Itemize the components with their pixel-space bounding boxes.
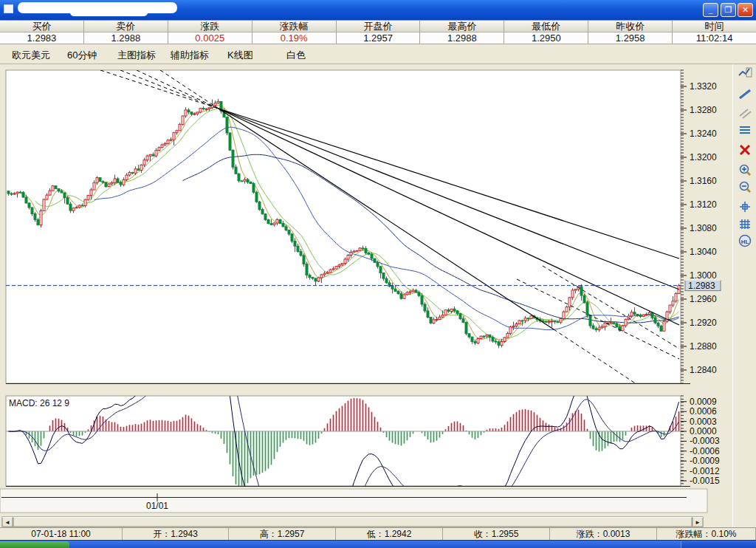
toolbar-item-辅助指标[interactable]: 辅助指标 — [168, 48, 211, 63]
price-axis-label: 1.3120 — [690, 199, 717, 210]
scroll-left-button[interactable]: ◄ — [2, 517, 13, 527]
title-redacted — [70, 9, 148, 16]
status-item: 开：1.2943 — [123, 528, 229, 540]
delete-drawing-button[interactable] — [735, 143, 755, 160]
status-item: 07-01-18 11:00 — [0, 528, 123, 540]
scroll-right-icon: ► — [695, 519, 701, 526]
quote-col-value: 1.2988 — [420, 32, 504, 44]
status-item: 涨跌：0.0013 — [550, 528, 657, 540]
polyline-tool-button[interactable] — [735, 66, 755, 83]
macd-axis-label: 0.0003 — [690, 417, 717, 427]
app-window: _ ❐ ✕ 买价卖价涨跌涨跌幅开盘价最高价最低价昨收价时间 1.29831.29… — [0, 0, 756, 548]
quote-col-label: 时间 — [673, 21, 756, 32]
toolbar-item-欧元美元[interactable]: 欧元美元 — [10, 48, 52, 63]
scrollbar-thumb[interactable] — [13, 517, 692, 527]
macd-axis-label: -0.0006 — [690, 446, 720, 456]
zoom-out-button[interactable] — [735, 180, 755, 196]
chart-workspace[interactable]: 1.33201.32801.32401.32001.31601.31201.30… — [0, 64, 756, 527]
status-item: 高：1.2957 — [229, 528, 336, 540]
price-axis-label: 1.2880 — [690, 341, 717, 352]
quote-col-label: 涨跌幅 — [252, 21, 337, 32]
zoom-out-icon — [738, 180, 752, 196]
quote-col-label: 涨跌 — [168, 21, 252, 32]
title-bar[interactable]: _ ❐ ✕ — [0, 0, 756, 20]
taskbar-edge — [0, 540, 756, 548]
quote-col-label: 最低价 — [504, 21, 588, 32]
quote-col-value: 1.2957 — [337, 32, 421, 44]
toolbar-item-主图指标[interactable]: 主图指标 — [115, 48, 158, 63]
candlestick-chart[interactable]: 1.33201.32801.32401.32001.31601.31201.30… — [0, 64, 756, 527]
restore-button[interactable]: ❐ — [721, 3, 736, 17]
quote-col-value: 0.19% — [252, 32, 337, 44]
zoom-in-icon — [738, 163, 752, 179]
trendline-tool-icon — [738, 87, 752, 103]
price-axis-label: 1.3080 — [690, 223, 717, 233]
quote-col-label: 卖价 — [84, 21, 168, 32]
macd-axis-label: 0.0009 — [690, 397, 717, 407]
parallel-lines-tool-button[interactable] — [735, 106, 755, 123]
price-axis-label: 1.3240 — [690, 129, 717, 139]
status-bar: 07-01-18 11:00开：1.2943高：1.2957低：1.2942收：… — [0, 527, 756, 540]
macd-axis-label: -0.0015 — [690, 476, 720, 486]
system-tray-edge — [681, 541, 756, 548]
macd-axis-label: -0.0003 — [690, 436, 720, 446]
price-axis-label: 1.2920 — [690, 318, 717, 328]
current-price-label: 1.2983 — [688, 281, 715, 291]
app-icon — [4, 4, 13, 13]
macd-axis-label: 0.0000 — [690, 426, 717, 436]
status-item: 收：1.2955 — [443, 528, 550, 540]
high-low-button[interactable]: HL — [735, 234, 755, 250]
macd-axis-label: -0.0012 — [690, 466, 720, 476]
quote-col-label: 买价 — [0, 21, 84, 32]
price-axis-label: 1.2840 — [690, 365, 717, 375]
price-axis-label: 1.3280 — [690, 105, 717, 115]
grid-button[interactable] — [735, 217, 755, 233]
start-button-edge[interactable] — [0, 541, 69, 548]
price-axis-label: 1.3000 — [690, 270, 717, 281]
quote-col-value: 1.2958 — [588, 32, 673, 44]
price-axis-label: 1.3160 — [690, 176, 717, 186]
price-axis-label: 1.3320 — [690, 81, 717, 92]
price-axis-label: 1.2960 — [690, 294, 717, 304]
zoom-in-button[interactable] — [735, 163, 755, 179]
time-axis-label: 01/01 — [146, 501, 168, 511]
crosshair-icon — [738, 200, 752, 216]
horizontal-lines-tool-icon — [738, 123, 752, 140]
minimize-button[interactable]: _ — [703, 3, 718, 17]
toolbar-item-白色[interactable]: 白色 — [284, 48, 308, 63]
toolbar-item-K线图[interactable]: K线图 — [225, 48, 255, 63]
quote-col-value: 1.2950 — [504, 32, 588, 44]
quote-col-value: 1.2983 — [0, 32, 84, 44]
quote-label-row: 买价卖价涨跌涨跌幅开盘价最高价最低价昨收价时间 — [0, 20, 756, 32]
scroll-right-button[interactable]: ► — [693, 517, 703, 527]
status-item: 涨跌幅：0.10% — [657, 528, 756, 540]
parallel-lines-tool-icon — [738, 106, 752, 123]
toolbar-item-60分钟[interactable]: 60分钟 — [65, 48, 99, 63]
macd-axis-label: 0.0006 — [690, 406, 717, 417]
price-axis-label: 1.3200 — [690, 152, 717, 162]
quote-col-label: 开盘价 — [337, 21, 421, 32]
scroll-left-icon: ◄ — [4, 519, 10, 526]
quote-value-row: 1.29831.29880.00250.19%1.29571.29881.295… — [0, 32, 756, 44]
horizontal-scrollbar[interactable]: ◄► — [2, 517, 703, 527]
high-low-icon: HL — [738, 234, 752, 250]
trendline-tool-button[interactable] — [735, 87, 755, 103]
quote-col-label: 最高价 — [420, 21, 504, 32]
quote-col-label: 昨收价 — [588, 21, 673, 32]
delete-drawing-icon — [738, 143, 752, 160]
quote-col-value: 0.0025 — [168, 32, 252, 44]
macd-axis-label: -0.0009 — [690, 456, 720, 466]
drawing-toolbar: HL — [732, 64, 756, 527]
crosshair-button[interactable] — [735, 200, 755, 216]
horizontal-lines-tool-button[interactable] — [735, 123, 755, 140]
price-axis-label: 1.3040 — [690, 247, 717, 257]
status-item: 低：1.2942 — [336, 528, 443, 540]
grid-icon — [738, 217, 752, 233]
quote-col-value: 11:02:14 — [673, 32, 756, 44]
macd-params-label: MACD: 26 12 9 — [9, 398, 69, 408]
polyline-tool-icon — [738, 66, 752, 83]
chart-toolbar: 欧元美元60分钟主图指标辅助指标K线图白色 — [0, 44, 756, 64]
svg-text:HL: HL — [741, 239, 749, 245]
quote-col-value: 1.2988 — [84, 32, 168, 44]
close-button[interactable]: ✕ — [738, 3, 753, 17]
